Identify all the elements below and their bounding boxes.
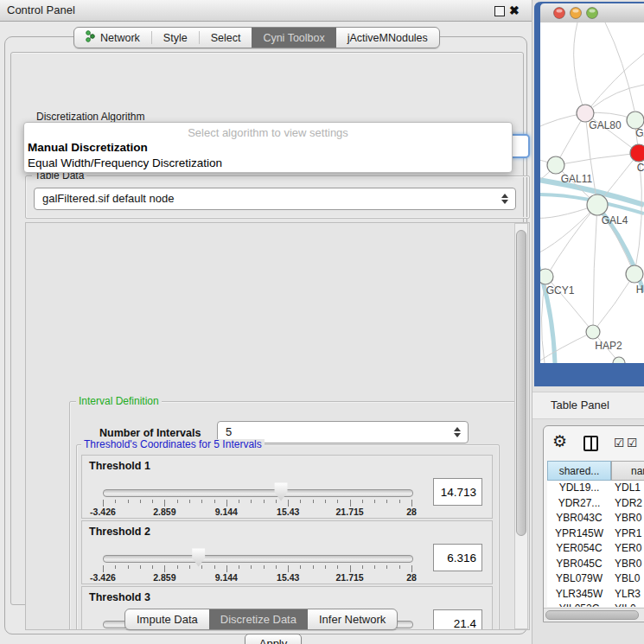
tick-mark [411,565,412,572]
network-node-gal11[interactable] [547,156,564,174]
cell-name[interactable]: YPR1 [615,526,644,542]
tick-mark [115,500,116,503]
threshold-value-field[interactable]: 14.713 [433,478,482,506]
tab-jactivemnodules[interactable]: jActiveMNodules [336,28,439,48]
network-node-gal4[interactable] [587,194,608,215]
slider-track[interactable] [103,555,413,563]
cell-shared-name[interactable]: YDL19... [547,481,611,496]
table-row[interactable]: YPR145WYPR1 [547,526,644,542]
popup-option-equal-width-frequency-discretization[interactable]: Equal Width/Frequency Discretization [27,156,510,171]
thresholds-group-label: Threshold's Coordinates for 5 Intervals [81,439,265,450]
panel-vertical-scrollbar[interactable] [514,223,528,629]
checkbox-icon[interactable]: ☑ [627,437,638,449]
table-data-value: galFiltered.sif default node [42,188,174,209]
scrollbar-thumb[interactable] [516,230,526,536]
cell-shared-name[interactable]: YBR045C [547,557,611,572]
scrollbar-thumb[interactable] [545,610,639,620]
tick-mark [288,500,289,507]
tick-mark [288,565,289,572]
minimize-traffic-light-icon[interactable] [571,8,582,19]
cell-shared-name[interactable]: YIL052C [547,602,611,607]
cell-shared-name[interactable]: YER054C [547,541,611,557]
close-icon[interactable]: ✖ [509,2,520,19]
cell-name[interactable]: YDL1 [615,481,644,496]
tick-mark [313,565,314,569]
node-table-panel: ⚙ ☑ ☑ shared... name YDL19...YDL1YDR27..… [543,425,644,622]
table-row[interactable]: YBL079WYBL0 [547,571,644,587]
tick-label: -3.426 [90,572,116,583]
zoom-traffic-light-icon[interactable] [587,8,598,19]
cell-shared-name[interactable]: YBR043C [547,511,611,526]
network-node-c[interactable] [630,144,644,162]
tab-impute-data[interactable]: Impute Data [125,609,209,629]
tick-mark [226,565,227,572]
threshold-value-field[interactable]: 6.316 [433,544,482,571]
tab-discretize-data[interactable]: Discretize Data [209,609,308,629]
table-row[interactable]: YLR345WYLR3 [547,587,644,603]
highlight [557,10,563,13]
tick-label: 15.43 [277,507,299,517]
cell-shared-name[interactable]: YBL079W [547,571,611,587]
table-horizontal-scrollbar[interactable] [544,608,644,621]
combo-spinner-icon [501,194,508,204]
node-label: C [637,162,644,174]
tick-mark [177,500,178,503]
gear-icon[interactable]: ⚙ [552,431,567,452]
tick-mark [177,565,178,569]
table-rows: YDL19...YDL1YDR27...YDR2YBR043CYBR0YPR14… [547,481,644,607]
column-header-shared-name[interactable]: shared... [547,461,611,481]
tick-mark [164,565,165,572]
table-data-combobox[interactable]: galFiltered.sif default node [34,188,516,210]
cell-name[interactable]: YDR2 [615,496,644,512]
slider-track[interactable] [103,489,413,497]
tick-mark [337,565,338,569]
checkbox-icon[interactable]: ☑ [614,437,625,449]
cell-shared-name[interactable]: YDR27... [547,496,611,512]
network-node-hap2[interactable] [586,325,600,339]
tick-label: 9.144 [215,507,238,517]
tab-select[interactable]: Select [200,28,252,48]
cell-name[interactable]: YBL0 [615,571,644,587]
tick-mark [214,565,215,569]
tick-mark [350,500,351,507]
cell-name[interactable]: YER0 [615,541,644,557]
table-row[interactable]: YBR045CYBR0 [547,557,644,572]
tab-label: Cyni Toolbox [263,32,324,44]
cell-name[interactable]: YBR0 [615,557,644,572]
cell-name[interactable]: YIL0 [615,602,644,607]
tab-cyni-toolbox[interactable]: Cyni Toolbox [252,28,335,48]
network-view-window[interactable]: GAL80GACGAL11GAL4GCY1HHAP2 [532,0,644,391]
table-row[interactable]: YBR043CYBR0 [547,511,644,526]
panel-title: Control Panel [7,0,75,21]
tick-mark [164,500,165,507]
column-header-name[interactable]: name [611,461,644,481]
slider-thumb[interactable] [274,482,289,501]
tab-network[interactable]: Network [74,28,151,48]
slider-thumb[interactable] [191,548,206,567]
cell-shared-name[interactable]: YPR145W [547,526,611,542]
table-row[interactable]: YER054CYER0 [547,541,644,557]
tab-style[interactable]: Style [152,28,199,48]
popup-hint: Select algorithm to view settings [24,126,512,139]
popup-option-manual-discretization[interactable]: Manual Discretization [27,140,510,156]
tick-mark [239,500,239,503]
tab-infer-network[interactable]: Infer Network [308,609,397,629]
apply-button[interactable]: Apply [245,634,302,644]
column-layout-icon[interactable] [583,436,598,451]
threshold-value-field[interactable]: 21.4 [433,609,482,630]
tick-label: 28 [406,572,417,583]
network-node-h[interactable] [626,265,643,283]
tick-mark [411,500,412,507]
table-row[interactable]: YDL19...YDL1 [547,481,644,496]
table-row[interactable]: YIL052CYIL0 [547,602,644,607]
cell-name[interactable]: YLR3 [615,587,644,603]
close-traffic-light-icon[interactable] [554,8,565,19]
tick-mark [264,500,265,503]
tick-label: -3.426 [90,507,116,517]
tick-mark [362,500,363,503]
table-row[interactable]: YDR27...YDR2 [547,496,644,512]
network-node-ga[interactable] [627,112,644,129]
cell-name[interactable]: YBR0 [615,511,644,526]
float-window-icon[interactable] [494,6,505,16]
cell-shared-name[interactable]: YLR345W [547,587,611,603]
